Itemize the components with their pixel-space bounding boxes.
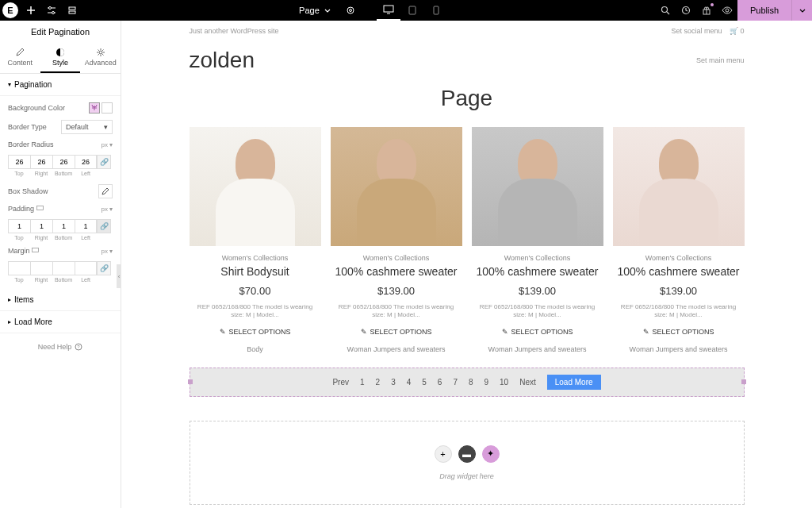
- product-price: $139.00: [331, 285, 462, 297]
- section-loadmore-header[interactable]: ▸ Load More: [0, 311, 121, 333]
- product-title: 100% cashmere sweater: [331, 265, 462, 279]
- box-shadow-edit-icon[interactable]: [98, 184, 113, 198]
- link-values-icon[interactable]: 🔗: [97, 155, 111, 169]
- settings-sliders-icon[interactable]: [41, 0, 62, 21]
- link-values-icon[interactable]: 🔗: [97, 261, 111, 275]
- product-tag: Body: [190, 345, 321, 353]
- structure-icon[interactable]: [62, 0, 82, 21]
- tab-content[interactable]: Content: [0, 43, 40, 73]
- preview-icon[interactable]: [717, 0, 737, 21]
- pagination-widget[interactable]: Prev 1 2 3 4 5 6 7 8 9 10 Next Load More: [190, 368, 745, 397]
- page-link[interactable]: 5: [422, 378, 427, 387]
- page-link[interactable]: 3: [391, 378, 396, 387]
- tab-advanced[interactable]: Advanced: [80, 43, 121, 73]
- padding-inputs: 🔗: [8, 219, 113, 233]
- color-picker-swatch[interactable]: [102, 102, 113, 114]
- border-type-select[interactable]: Default ▾: [61, 120, 113, 134]
- select-options-button[interactable]: ✎ SELECT OPTIONS: [361, 328, 432, 336]
- gift-icon[interactable]: [696, 0, 717, 21]
- color-global-swatch[interactable]: [89, 102, 100, 114]
- radius-top-input[interactable]: [8, 155, 30, 169]
- editor-sidebar: Edit Pagination Content Style Advanced ▾…: [0, 21, 121, 508]
- link-values-icon[interactable]: 🔗: [97, 219, 111, 233]
- svg-rect-25: [36, 206, 43, 210]
- product-title: 100% cashmere sweater: [613, 265, 745, 279]
- page-link[interactable]: 8: [469, 378, 473, 387]
- section-pagination-header[interactable]: ▾ Pagination: [0, 74, 121, 96]
- page-link[interactable]: 2: [376, 378, 381, 387]
- page-settings-icon[interactable]: [340, 0, 361, 21]
- radius-right-input[interactable]: [30, 155, 52, 169]
- unit-selector[interactable]: px ▾: [102, 141, 113, 148]
- page-link[interactable]: 4: [407, 378, 412, 387]
- product-price: $139.00: [613, 285, 745, 297]
- widget-drop-zone[interactable]: + ▬ ✦ Drag widget here: [190, 421, 745, 505]
- product-description: REF 0652/168/800 The model is wearing si…: [331, 303, 462, 320]
- page-link[interactable]: 9: [485, 378, 489, 387]
- need-help-link[interactable]: Need Help ?: [0, 333, 121, 360]
- svg-point-14: [661, 7, 667, 13]
- tablet-device-icon[interactable]: [400, 0, 424, 21]
- page-link[interactable]: 1: [360, 378, 365, 387]
- radius-left-input[interactable]: [75, 155, 97, 169]
- prev-link[interactable]: Prev: [332, 378, 349, 387]
- template-library-icon[interactable]: ▬: [458, 445, 476, 463]
- padding-top-input[interactable]: [8, 219, 30, 233]
- search-icon[interactable]: [655, 0, 676, 21]
- responsive-icon: [36, 206, 44, 211]
- page-dropdown[interactable]: Page: [289, 0, 340, 21]
- select-options-button[interactable]: ✎ SELECT OPTIONS: [220, 328, 291, 336]
- load-more-button[interactable]: Load More: [547, 375, 601, 390]
- svg-point-9: [349, 10, 351, 12]
- cart-icon[interactable]: 🛒0: [730, 27, 744, 35]
- style-icon: [56, 48, 65, 57]
- set-main-menu[interactable]: Set main menu: [696, 56, 745, 64]
- sidebar-collapse-handle[interactable]: ‹: [117, 264, 121, 288]
- add-widget-icon[interactable]: +: [435, 445, 452, 463]
- next-link[interactable]: Next: [519, 378, 536, 387]
- tab-style[interactable]: Style: [40, 43, 81, 73]
- history-icon[interactable]: [676, 0, 696, 21]
- gear-icon: [96, 48, 105, 57]
- unit-selector[interactable]: px ▾: [102, 206, 113, 213]
- margin-bottom-input[interactable]: [52, 261, 75, 275]
- product-card[interactable]: Women's Collections 100% cashmere sweate…: [613, 127, 745, 353]
- page-title: Page: [190, 76, 745, 127]
- publish-button[interactable]: Publish: [737, 0, 791, 21]
- product-grid: Women's Collections Shirt Bodysuit $70.0…: [190, 127, 745, 353]
- select-options-button[interactable]: ✎ SELECT OPTIONS: [643, 328, 714, 336]
- page-link[interactable]: 6: [438, 378, 442, 387]
- page-link[interactable]: 10: [500, 378, 508, 387]
- border-radius-label: Border Radius: [8, 140, 54, 148]
- product-card[interactable]: Women's Collections 100% cashmere sweate…: [472, 127, 603, 353]
- site-brand[interactable]: zolden: [190, 48, 255, 73]
- desktop-device-icon[interactable]: [377, 0, 400, 21]
- drop-zone-label: Drag widget here: [214, 472, 720, 480]
- select-options-button[interactable]: ✎ SELECT OPTIONS: [502, 328, 573, 336]
- radius-bottom-input[interactable]: [52, 155, 75, 169]
- mobile-device-icon[interactable]: [424, 0, 448, 21]
- product-card[interactable]: Women's Collections 100% cashmere sweate…: [331, 127, 462, 353]
- margin-right-input[interactable]: [30, 261, 52, 275]
- chevron-down-icon: ▾: [8, 81, 11, 88]
- chevron-down-icon: ▾: [104, 123, 108, 131]
- product-category: Women's Collections: [472, 254, 603, 262]
- add-element-icon[interactable]: [21, 0, 41, 21]
- padding-right-input[interactable]: [30, 219, 52, 233]
- preview-canvas: Just another WordPress site Set social m…: [121, 21, 812, 508]
- section-items-header[interactable]: ▸ Items: [0, 289, 121, 311]
- padding-bottom-input[interactable]: [52, 219, 75, 233]
- margin-top-input[interactable]: [8, 261, 30, 275]
- elementor-logo-icon[interactable]: E: [2, 2, 18, 18]
- unit-selector[interactable]: px ▾: [102, 248, 113, 255]
- padding-label: Padding: [8, 205, 44, 213]
- page-link[interactable]: 7: [453, 378, 458, 387]
- product-card[interactable]: Women's Collections Shirt Bodysuit $70.0…: [190, 127, 321, 353]
- set-social-menu[interactable]: Set social menu: [671, 27, 722, 35]
- product-image: [331, 127, 462, 246]
- svg-point-5: [52, 12, 55, 14]
- publish-options-icon[interactable]: [791, 0, 812, 21]
- margin-left-input[interactable]: [75, 261, 97, 275]
- padding-left-input[interactable]: [75, 219, 97, 233]
- ai-icon[interactable]: ✦: [482, 445, 500, 463]
